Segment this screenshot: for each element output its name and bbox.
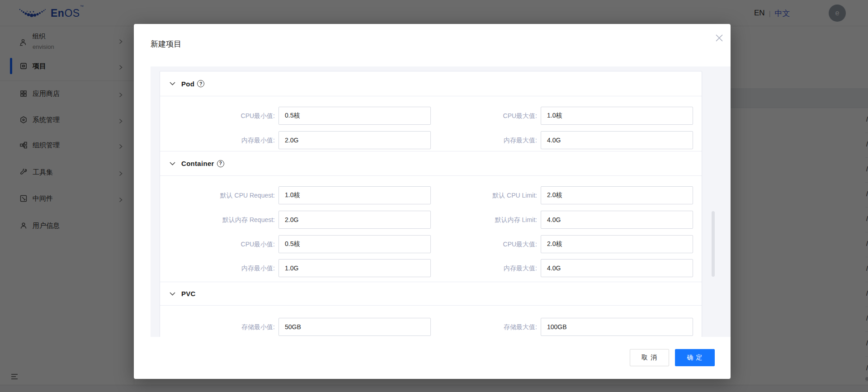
field-label: 默认 CPU Limit: [431, 186, 537, 204]
field-label: 内存最大值: [431, 259, 537, 277]
field-label: 内存最大值: [431, 131, 537, 149]
close-icon[interactable] [713, 32, 726, 44]
help-icon[interactable]: ? [217, 160, 224, 167]
container-mem-max-input[interactable] [541, 259, 693, 277]
modal-title: 新建项目 [151, 39, 181, 49]
pod-mem-min-input[interactable] [278, 131, 431, 149]
section-header-container[interactable]: Container ? [160, 151, 702, 176]
pod-mem-max-input[interactable] [541, 131, 693, 149]
form-row: 内存最小值: 内存最大值: [160, 131, 702, 149]
field-label: CPU最大值: [431, 235, 537, 253]
field-label: 内存最小值: [160, 259, 275, 277]
container-cpu-max-input[interactable] [541, 235, 693, 253]
chevron-down-icon [170, 162, 175, 165]
form-row: CPU最小值: CPU最大值: [160, 235, 702, 253]
section-title: Pod [181, 80, 194, 88]
field-label: 内存最小值: [160, 131, 275, 149]
new-project-modal: 新建项目 Pod ? CPU最小值: CPU最大值: 内存最小 [134, 24, 731, 379]
container-mem-request-input[interactable] [278, 211, 431, 229]
form-row: 默认 CPU Request: 默认 CPU Limit: [160, 186, 702, 204]
pvc-storage-min-input[interactable] [278, 318, 431, 336]
form-row: 内存最小值: 内存最大值: [160, 259, 702, 277]
confirm-button[interactable]: 确 定 [675, 349, 715, 366]
container-mem-min-input[interactable] [278, 259, 431, 277]
field-label: 默认内存 Limit: [431, 211, 537, 229]
pod-cpu-min-input[interactable] [278, 107, 431, 125]
cancel-button[interactable]: 取 消 [630, 349, 669, 366]
form-row: CPU最小值: CPU最大值: [160, 107, 702, 125]
field-label: 默认 CPU Request: [160, 186, 275, 204]
section-title: Container [181, 160, 214, 167]
section-title: PVC [181, 290, 196, 298]
form-row: 默认内存 Request: 默认内存 Limit: [160, 211, 702, 229]
field-label: CPU最大值: [431, 107, 537, 125]
form-row: 存储最小值: 存储最大值: [160, 318, 702, 336]
container-cpu-request-input[interactable] [278, 186, 431, 204]
container-cpu-limit-input[interactable] [541, 186, 693, 204]
field-label: 默认内存 Request: [160, 211, 275, 229]
section-header-pvc[interactable]: PVC [160, 282, 702, 306]
chevron-down-icon [170, 82, 175, 85]
container-mem-limit-input[interactable] [541, 211, 693, 229]
field-label: 存储最小值: [160, 318, 275, 336]
section-header-pod[interactable]: Pod ? [160, 71, 702, 96]
page: EnOS™ EN | 中文 e 组织 envision [0, 0, 868, 392]
pod-cpu-max-input[interactable] [541, 107, 693, 125]
help-icon[interactable]: ? [197, 80, 204, 87]
modal-form-scroll-area: Pod ? CPU最小值: CPU最大值: 内存最小值: 内存最大值: [151, 66, 731, 337]
field-label: 存储最大值: [431, 318, 537, 336]
field-label: CPU最小值: [160, 107, 275, 125]
pvc-storage-max-input[interactable] [541, 318, 693, 336]
modal-scrollbar-thumb[interactable] [712, 211, 715, 277]
field-label: CPU最小值: [160, 235, 275, 253]
chevron-down-icon [170, 292, 175, 296]
resource-form: Pod ? CPU最小值: CPU最大值: 内存最小值: 内存最大值: [160, 71, 702, 337]
container-cpu-min-input[interactable] [278, 235, 431, 253]
